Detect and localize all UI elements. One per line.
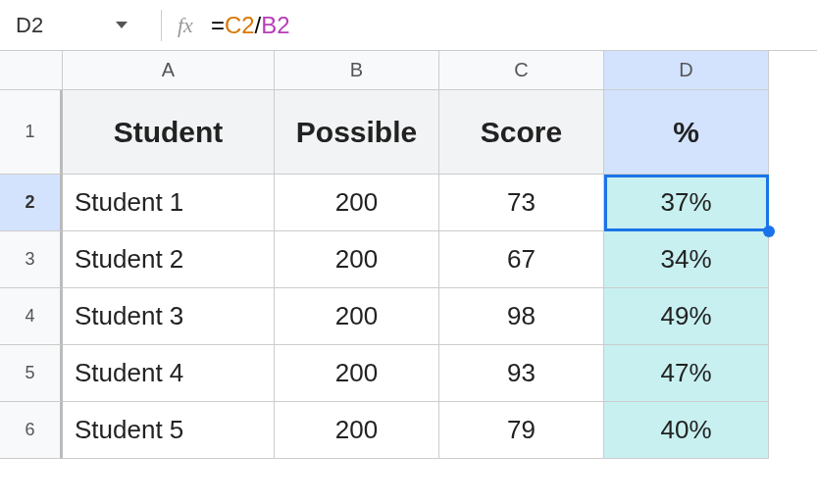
formula-ref-c2: C2: [225, 12, 255, 38]
table-row: 6 Student 5 200 79 40%: [0, 402, 817, 459]
cell-c4[interactable]: 98: [439, 288, 604, 345]
col-header-a[interactable]: A: [63, 51, 275, 90]
cell-c1[interactable]: Score: [439, 90, 604, 175]
cell-c3[interactable]: 67: [439, 231, 604, 288]
col-header-c[interactable]: C: [439, 51, 604, 90]
cell-d3[interactable]: 34%: [604, 231, 769, 288]
table-row: 4 Student 3 200 98 49%: [0, 288, 817, 345]
row-header-6[interactable]: 6: [0, 402, 63, 459]
cell-d1[interactable]: %: [604, 90, 769, 175]
formula-bar: D2 fx =C2/B2: [0, 0, 817, 51]
row-header-4[interactable]: 4: [0, 288, 63, 345]
divider: [161, 10, 162, 41]
cell-a6[interactable]: Student 5: [63, 402, 275, 459]
formula-eq: =: [211, 12, 225, 38]
cell-a5[interactable]: Student 4: [63, 345, 275, 402]
table-row: 2 Student 1 200 73 37%: [0, 175, 817, 231]
row-header-1[interactable]: 1: [0, 90, 63, 175]
cell-b4[interactable]: 200: [275, 288, 439, 345]
col-header-d[interactable]: D: [604, 51, 769, 90]
cell-a2[interactable]: Student 1: [63, 175, 275, 231]
formula-ref-b2: B2: [261, 12, 289, 38]
cell-d6[interactable]: 40%: [604, 402, 769, 459]
cell-c2[interactable]: 73: [439, 175, 604, 231]
formula-input[interactable]: =C2/B2: [211, 12, 809, 39]
cell-c6[interactable]: 79: [439, 402, 604, 459]
col-header-b[interactable]: B: [275, 51, 439, 90]
cell-d2[interactable]: 37%: [604, 175, 769, 231]
cell-a1[interactable]: Student: [63, 90, 275, 175]
select-all-corner[interactable]: [0, 51, 63, 90]
cell-b3[interactable]: 200: [275, 231, 439, 288]
cell-d4[interactable]: 49%: [604, 288, 769, 345]
column-headers: A B C D: [0, 51, 817, 90]
cell-c5[interactable]: 93: [439, 345, 604, 402]
fx-icon: fx: [178, 13, 193, 38]
name-box-dropdown-icon[interactable]: [116, 22, 128, 28]
cell-b5[interactable]: 200: [275, 345, 439, 402]
row-header-2[interactable]: 2: [0, 175, 63, 231]
cell-a3[interactable]: Student 2: [63, 231, 275, 288]
cell-b2[interactable]: 200: [275, 175, 439, 231]
spreadsheet-grid: A B C D 1 Student Possible Score % 2 Stu…: [0, 51, 817, 459]
cell-a4[interactable]: Student 3: [63, 288, 275, 345]
table-row: 3 Student 2 200 67 34%: [0, 231, 817, 288]
table-row: 5 Student 4 200 93 47%: [0, 345, 817, 402]
fill-handle[interactable]: [763, 226, 775, 237]
cell-b6[interactable]: 200: [275, 402, 439, 459]
row-header-5[interactable]: 5: [0, 345, 63, 402]
name-box[interactable]: D2: [8, 13, 116, 38]
cell-d5[interactable]: 47%: [604, 345, 769, 402]
row-header-3[interactable]: 3: [0, 231, 63, 288]
table-row: 1 Student Possible Score %: [0, 90, 817, 175]
cell-b1[interactable]: Possible: [275, 90, 439, 175]
